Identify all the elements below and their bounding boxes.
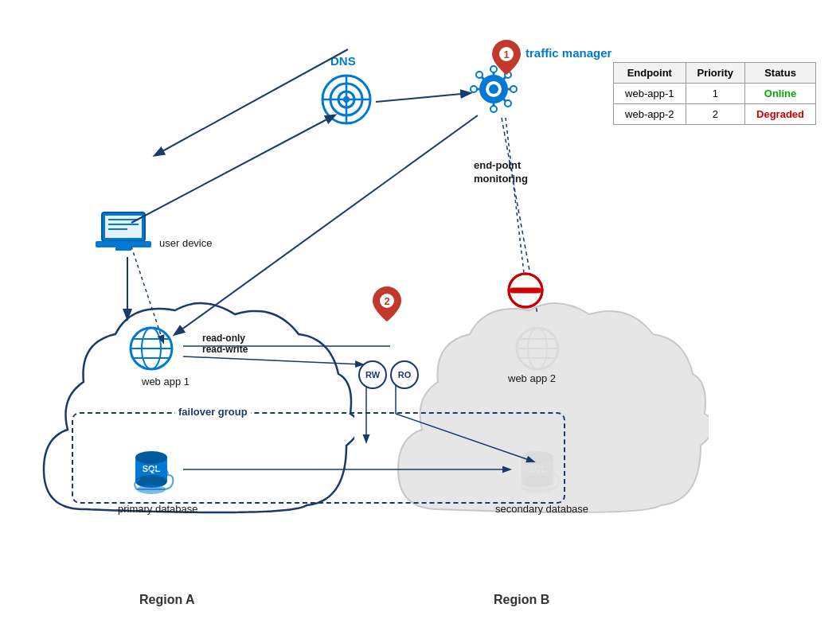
- failover-group-box: [72, 412, 565, 504]
- traffic-manager-label: traffic manager: [525, 46, 611, 60]
- user-device-icon: [96, 208, 151, 256]
- svg-text:1: 1: [503, 49, 509, 60]
- region-b-label: Region B: [494, 593, 549, 607]
- pin-2: 2: [373, 286, 401, 321]
- svg-line-0: [376, 93, 470, 102]
- svg-point-36: [471, 86, 477, 92]
- endpoint-cell: web-app-2: [614, 104, 686, 125]
- pin-1: 1: [492, 40, 521, 75]
- table-row: web-app-1 1 Online: [614, 84, 816, 104]
- status-cell: Degraded: [745, 104, 816, 125]
- no-entry-sign: [507, 272, 544, 309]
- web-app-1-label: web app 1: [142, 376, 189, 387]
- col-endpoint: Endpoint: [614, 63, 686, 84]
- user-device-label: user device: [159, 237, 212, 249]
- status-cell: Online: [745, 84, 816, 104]
- svg-point-37: [510, 86, 517, 92]
- rw-circle: RW: [358, 360, 387, 389]
- svg-point-39: [476, 72, 483, 78]
- traffic-manager-table: Endpoint Priority Status web-app-1 1 Onl…: [613, 62, 816, 125]
- read-write-label: read-write: [202, 344, 248, 355]
- web-app-2-label: web app 2: [508, 372, 556, 384]
- read-only-label: read-only: [202, 333, 245, 344]
- ro-circle: RO: [390, 360, 419, 389]
- endpoint-monitoring-label: end-pointmonitoring: [474, 159, 528, 186]
- endpoint-cell: web-app-1: [614, 84, 686, 104]
- dns-label: DNS: [330, 54, 356, 68]
- svg-point-38: [490, 106, 497, 112]
- priority-cell: 1: [686, 84, 745, 104]
- region-a-label: Region A: [139, 593, 195, 607]
- svg-point-40: [505, 100, 511, 107]
- svg-point-43: [489, 84, 498, 94]
- priority-cell: 2: [686, 104, 745, 125]
- svg-rect-49: [96, 241, 151, 247]
- svg-rect-50: [115, 247, 131, 251]
- table-row: web-app-2 2 Degraded: [614, 104, 816, 125]
- col-priority: Priority: [686, 63, 745, 84]
- svg-line-4: [506, 118, 525, 286]
- primary-db-label: primary database: [118, 503, 197, 515]
- svg-text:2: 2: [384, 295, 389, 307]
- secondary-db-label: secondary database: [495, 503, 588, 515]
- dns-icon: [318, 72, 374, 127]
- col-status: Status: [745, 63, 816, 84]
- svg-line-1: [131, 115, 334, 223]
- failover-group-label: failover group: [175, 406, 251, 418]
